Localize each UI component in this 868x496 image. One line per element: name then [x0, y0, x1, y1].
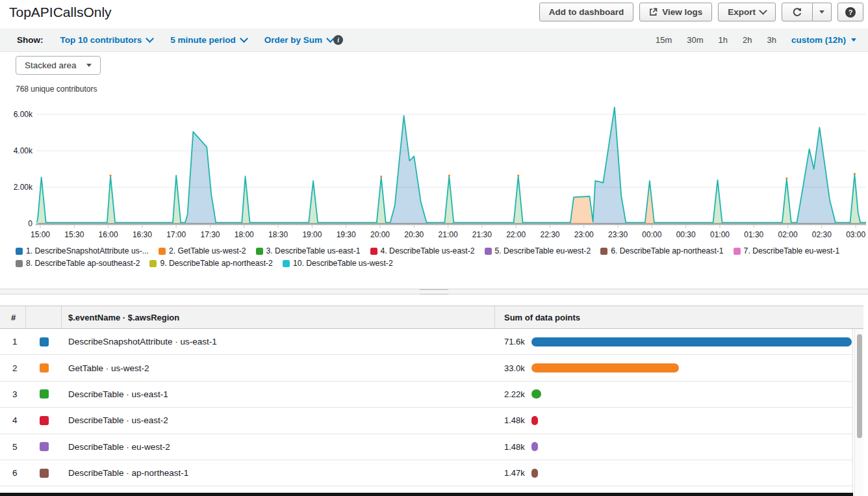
help-button[interactable]: ? — [837, 3, 863, 21]
time-range-30m[interactable]: 30m — [687, 35, 703, 45]
svg-text:0: 0 — [28, 219, 32, 228]
legend-item[interactable]: 10. DescribeTable us-west-2 — [283, 259, 393, 268]
add-to-dashboard-button[interactable]: Add to dashboard — [539, 3, 634, 21]
sum-cell: 1.48k — [495, 434, 852, 460]
column-header-contributor: $.eventName · $.awsRegion — [62, 306, 495, 328]
period-dropdown[interactable]: 5 minute period — [170, 35, 247, 45]
column-header-color — [26, 306, 62, 328]
chevron-down-icon — [240, 34, 248, 43]
chart-type-dropdown[interactable]: Stacked area — [16, 56, 101, 75]
export-button[interactable]: Export — [718, 3, 776, 21]
legend-item[interactable]: 2. GetTable us-west-2 — [159, 246, 246, 255]
color-swatch-cell — [26, 460, 62, 486]
period-label: 5 minute period — [170, 35, 236, 45]
view-logs-label: View logs — [662, 7, 702, 17]
svg-text:19:30: 19:30 — [337, 230, 356, 239]
svg-text:17:30: 17:30 — [200, 230, 220, 239]
legend-label: 6. DescribeTable ap-northeast-1 — [611, 246, 723, 255]
color-swatch-cell — [26, 382, 62, 407]
chart-type-label: Stacked area — [25, 60, 77, 70]
legend-item[interactable]: 5. DescribeTable eu-west-2 — [485, 246, 591, 255]
legend-label: 4. DescribeTable us-east-2 — [381, 246, 475, 255]
legend-item[interactable]: 3. DescribeTable us-east-1 — [256, 246, 361, 255]
legend-item[interactable]: 4. DescribeTable us-east-2 — [370, 246, 475, 255]
legend-item[interactable]: 7. DescribeTable eu-west-1 — [734, 246, 840, 255]
table-header: # $.eventName · $.awsRegion Sum of data … — [0, 306, 863, 329]
caret-down-icon — [86, 64, 92, 67]
svg-text:2.00k: 2.00k — [14, 183, 33, 192]
color-swatch-cell — [26, 329, 62, 354]
sum-bar — [531, 363, 679, 372]
scrollbar-thumb[interactable] — [857, 334, 862, 438]
sum-bar — [531, 469, 538, 478]
svg-text:23:00: 23:00 — [574, 230, 594, 239]
contributor-label: DescribeTable · ap-northeast-1 — [62, 460, 495, 486]
time-range-15m[interactable]: 15m — [656, 35, 672, 45]
legend-item[interactable]: 9. DescribeTable ap-northeast-2 — [149, 259, 272, 268]
stacked-area-chart: 02.00k4.00k6.00k15:0015:3016:0016:3017:0… — [0, 98, 868, 243]
caret-down-icon — [819, 10, 824, 14]
svg-text:01:00: 01:00 — [710, 230, 730, 239]
legend-swatch-icon — [734, 248, 741, 255]
sum-value: 1.47k — [504, 468, 531, 478]
time-range-1h[interactable]: 1h — [719, 35, 728, 45]
unique-contributors-count: 768 unique contributors — [16, 85, 97, 94]
view-logs-button[interactable]: View logs — [639, 3, 712, 21]
svg-text:6.00k: 6.00k — [14, 110, 33, 119]
custom-range-label: custom (12h) — [791, 35, 846, 45]
contributor-label: DescribeTable · us-east-1 — [62, 382, 495, 407]
svg-text:00:00: 00:00 — [642, 230, 661, 239]
order-by-dropdown[interactable]: Order by Sum — [264, 35, 333, 45]
table-row[interactable]: 4DescribeTable · us-east-21.48k — [0, 408, 852, 434]
legend-item[interactable]: 1. DescribeSnapshotAttribute us-... — [16, 246, 149, 255]
contributor-label: GetTable · us-west-2 — [62, 355, 495, 380]
show-label: Show: — [17, 35, 44, 45]
legend-item[interactable]: 8. DescribeTable ap-southeast-2 — [16, 259, 140, 268]
color-swatch-cell — [26, 355, 62, 380]
caret-down-icon — [851, 38, 856, 42]
export-label: Export — [728, 7, 756, 17]
sum-bar — [531, 442, 538, 451]
chevron-down-icon — [759, 7, 767, 15]
legend-swatch-icon — [600, 248, 607, 255]
time-range-3h[interactable]: 3h — [767, 35, 776, 45]
sum-bar — [531, 389, 541, 398]
legend-item[interactable]: 6. DescribeTable ap-northeast-1 — [600, 246, 723, 255]
svg-text:16:00: 16:00 — [99, 230, 118, 239]
legend-swatch-icon — [16, 248, 23, 255]
panel-splitter[interactable] — [0, 289, 868, 294]
rank-cell: 3 — [0, 382, 26, 407]
sum-bar — [531, 337, 852, 346]
svg-text:15:00: 15:00 — [31, 230, 50, 239]
legend-swatch-icon — [256, 248, 263, 255]
page-title: TopAPICallsOnly — [9, 5, 112, 20]
legend-swatch-icon — [485, 248, 492, 255]
svg-text:03:00: 03:00 — [846, 230, 865, 239]
svg-text:4.00k: 4.00k — [14, 146, 33, 155]
top-contributors-dropdown[interactable]: Top 10 contributors — [60, 35, 153, 45]
table-row[interactable]: 2GetTable · us-west-233.0k — [0, 355, 852, 381]
column-header-sum: Sum of data points — [495, 306, 863, 328]
chevron-down-icon — [146, 34, 154, 43]
refresh-button-group — [782, 3, 832, 21]
table-row[interactable]: 3DescribeTable · us-east-12.22k — [0, 382, 852, 408]
time-range-2h[interactable]: 2h — [743, 35, 752, 45]
refresh-button[interactable] — [782, 3, 813, 21]
table-row[interactable]: 5DescribeTable · eu-west-21.48k — [0, 434, 852, 460]
legend-swatch-icon — [16, 260, 23, 267]
color-swatch-cell — [26, 408, 62, 433]
table-row[interactable]: 1DescribeSnapshotAttribute · us-east-171… — [0, 329, 852, 355]
svg-text:19:00: 19:00 — [302, 230, 322, 239]
table-scrollbar[interactable] — [854, 329, 863, 496]
custom-time-range-button[interactable]: custom (12h) — [791, 35, 856, 45]
table-row[interactable]: 6DescribeTable · ap-northeast-11.47k — [0, 460, 852, 486]
info-icon[interactable]: i — [333, 35, 343, 45]
svg-text:00:30: 00:30 — [676, 230, 696, 239]
legend-row: 8. DescribeTable ap-southeast-29. Descri… — [16, 259, 860, 268]
refresh-options-button[interactable] — [813, 3, 832, 21]
order-by-label: Order by Sum — [264, 35, 322, 45]
svg-text:22:30: 22:30 — [540, 230, 559, 239]
question-mark-icon: ? — [845, 7, 856, 18]
color-swatch — [40, 363, 49, 372]
sum-cell: 1.47k — [495, 460, 852, 486]
